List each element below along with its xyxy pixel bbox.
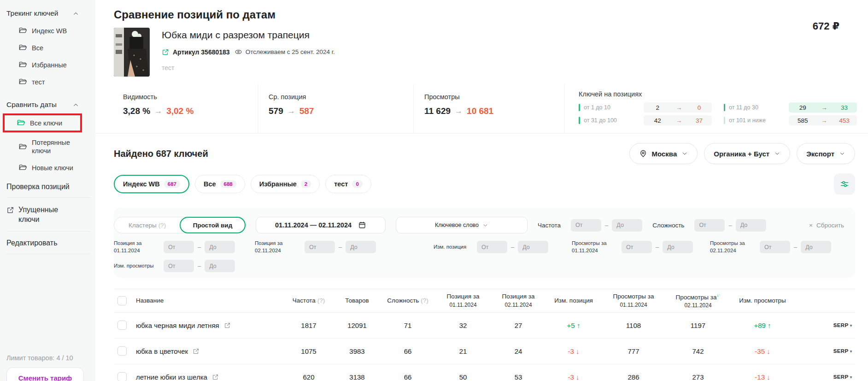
external-link-icon[interactable] [193, 348, 199, 355]
article-number: Артикул 35680183 [173, 48, 230, 56]
views-date2-value: 1197 [666, 321, 730, 329]
row-checkbox[interactable] [117, 321, 127, 330]
views-change-to-input[interactable] [205, 260, 235, 272]
simple-view-option[interactable]: Простой вид [180, 217, 246, 233]
range-dash: – [605, 222, 608, 229]
frequency-from-input[interactable] [571, 219, 601, 232]
folder-icon [18, 43, 27, 52]
tracking-since-label: Отслеживаем с 25 сент. 2024 г. [246, 48, 335, 55]
change-tariff-button[interactable]: Сменить тариф [6, 367, 84, 381]
external-link-icon[interactable] [212, 374, 219, 381]
stat-from: 579 [269, 106, 283, 116]
sidebar-link-missed-keys[interactable]: Упущенные ключи [6, 199, 71, 230]
position-date1-value: 21 [435, 347, 491, 355]
hint-icon: (?) [421, 297, 428, 304]
position-change-to-input[interactable] [518, 241, 548, 253]
keyword-dropdown[interactable]: Ключевое слово [396, 217, 528, 233]
divider [6, 231, 91, 232]
position-change-value: -3 ↓ [546, 373, 601, 381]
row-checkbox[interactable] [117, 346, 127, 356]
position-date2-to-input[interactable] [346, 241, 376, 253]
stat-to: 587 [299, 106, 314, 116]
city-select-button[interactable]: Москва [629, 143, 698, 164]
tab-label: Избранные [259, 180, 297, 188]
position-date2-from-input[interactable] [305, 241, 335, 253]
folder-icon [18, 163, 27, 172]
date-range-picker[interactable]: 01.11.2024 — 02.11.2024 [256, 217, 386, 233]
external-link-icon[interactable] [224, 322, 231, 329]
folder-icon [17, 119, 25, 127]
traffic-mode-button[interactable]: Органика + Буст [704, 143, 790, 164]
divider [6, 254, 91, 254]
row-checkbox[interactable] [117, 372, 127, 381]
export-button[interactable]: Экспорт [797, 143, 855, 164]
arrow-right-icon: → [816, 117, 832, 124]
views-date1-value: 1108 [601, 321, 666, 329]
tab-index-wb[interactable]: Индекс WB 687 [114, 175, 189, 193]
sidebar-link-check-positions[interactable]: Проверка позиций [6, 176, 91, 196]
sidebar-item-label: Избранные [32, 61, 67, 69]
serp-button[interactable]: SERP▾ [795, 374, 855, 380]
frequency-to-input[interactable] [612, 219, 642, 232]
select-all-checkbox[interactable] [117, 296, 127, 305]
views-date1-value: 286 [601, 373, 666, 381]
views-date2-from-input[interactable] [760, 241, 790, 253]
position-date1-to-input[interactable] [205, 241, 235, 253]
clusters-view-option[interactable]: Кластеры (?) [114, 217, 180, 233]
column-settings-button[interactable] [834, 173, 855, 195]
position-date2-value: 27 [491, 321, 546, 329]
views-date1-to-input[interactable] [663, 241, 693, 253]
sidebar-item-test[interactable]: тест [18, 73, 91, 90]
tab-count-badge: 688 [220, 180, 236, 188]
reset-filters-button[interactable]: × Сбросить [809, 222, 848, 229]
tab-favorites[interactable]: Избранные 2 [251, 175, 320, 193]
product-header: Сравнение позиций по датам [95, 0, 868, 84]
range-dash: – [198, 244, 201, 250]
chevron-down-icon [774, 150, 780, 157]
serp-button[interactable]: SERP▾ [795, 348, 855, 354]
tab-test[interactable]: тест 0 [325, 175, 371, 193]
date-range-value: 01.11.2024 — 02.11.2024 [275, 221, 352, 229]
views-date2-filter: Просмотры за02.11.2024 – [710, 240, 848, 254]
filters-panel: Кластеры (?) Простой вид 01.11.2024 — 02… [114, 208, 855, 278]
difficulty-value: 66 [380, 373, 435, 381]
eye-icon [235, 48, 242, 56]
difficulty-to-input[interactable] [736, 219, 766, 232]
sidebar-item-all[interactable]: Все [18, 39, 91, 56]
difficulty-from-input[interactable] [694, 219, 725, 232]
views-date2-to-input[interactable] [801, 241, 831, 253]
sidebar-item-label: Все ключи [30, 119, 62, 127]
views-change-from-input[interactable] [164, 260, 194, 272]
sidebar-item-all-keys[interactable]: Все ключи [17, 115, 80, 131]
filter-label-date: 02.11.2024 [255, 248, 281, 253]
arrow-right-icon: → [671, 117, 686, 124]
difficulty-value: 71 [380, 321, 435, 329]
col-frequency: Частота (?) [283, 294, 334, 308]
position-change-from-input[interactable] [477, 241, 507, 253]
col-views-date2[interactable]: Просмотры за↓↑02.11.2024 [666, 289, 730, 312]
filter-label: Позиция за [114, 240, 141, 246]
sidebar-section-tracking[interactable]: Трекинг ключей [6, 9, 79, 18]
col-position-change: Изм. позиция [546, 294, 601, 308]
sidebar-link-edit[interactable]: Редактировать [6, 232, 91, 253]
sidebar-item-index-wb[interactable]: Индекс WB [18, 22, 91, 39]
frequency-value: 1817 [283, 321, 334, 329]
views-date1-from-input[interactable] [622, 241, 652, 253]
hint-icon: (?) [317, 297, 325, 304]
sidebar-item-new-keys[interactable]: Новые ключи [18, 159, 91, 176]
sidebar-section-compare-dates[interactable]: Сравнить даты [6, 101, 79, 109]
tab-label: тест [334, 180, 348, 188]
article-link[interactable]: Артикул 35680183 [162, 48, 230, 56]
folder-up-icon [18, 26, 27, 35]
keywords-table: Название Частота (?) Товаров Сложность (… [114, 289, 855, 381]
sidebar-item-lost-keys[interactable]: Потерянные ключи [18, 134, 91, 159]
views-change-value: +89 ↑ [730, 321, 795, 329]
sidebar-item-favorites[interactable]: Избранные [18, 56, 91, 73]
tab-all[interactable]: Все 688 [195, 175, 245, 193]
arrow-right-icon: → [287, 107, 295, 116]
serp-button[interactable]: SERP▾ [795, 322, 855, 328]
range-chip: 42 → 37 [644, 115, 712, 125]
sidebar-item-label: Потерянные ключи [32, 138, 74, 155]
chevron-down-icon [681, 150, 688, 157]
position-date1-from-input[interactable] [164, 241, 194, 253]
